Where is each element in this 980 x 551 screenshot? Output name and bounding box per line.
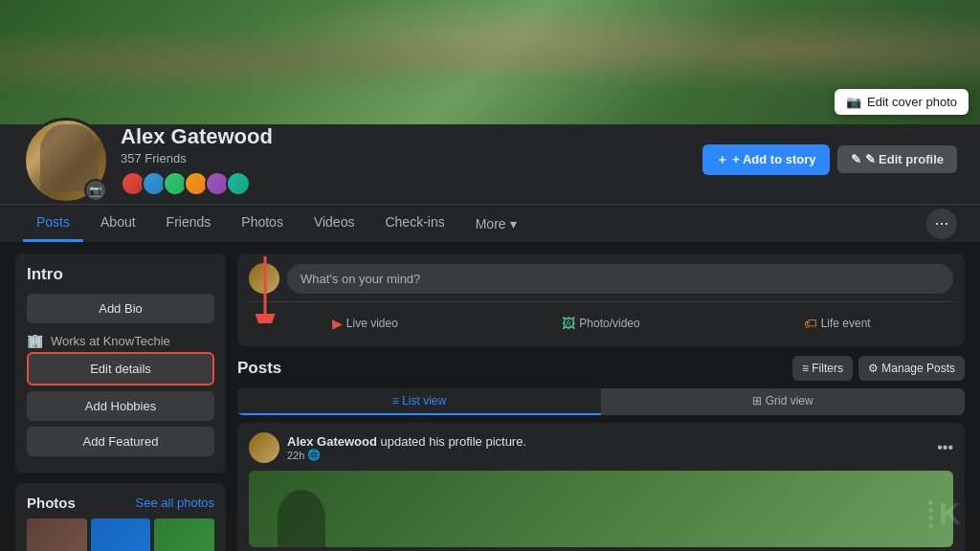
dot [928, 523, 933, 528]
posts-header: Posts ≡ Filters ⚙ Manage Posts [237, 356, 965, 381]
left-column: Intro Add Bio 🏢 Works at KnowTechie Edit… [15, 253, 226, 507]
post-time: 22h 🌐 [287, 449, 526, 461]
grid-view-tab[interactable]: ⊞ Grid view [601, 388, 965, 415]
briefcase-icon: 🏢 [27, 333, 43, 348]
life-event-icon: 🏷 [804, 316, 817, 331]
chevron-down-icon: ▾ [510, 216, 517, 231]
dot [928, 516, 933, 520]
globe-icon: 🌐 [307, 449, 321, 461]
manage-posts-button[interactable]: ⚙ Manage Posts [858, 356, 965, 381]
content-area: Intro Add Bio 🏢 Works at KnowTechie Edit… [0, 242, 980, 518]
watermark-letter: K [939, 496, 961, 532]
friends-avatars [121, 171, 273, 196]
photo-grid [27, 518, 214, 551]
profile-actions: ＋ + Add to story ✎ ✎ Edit profile [702, 144, 957, 185]
posts-controls: ≡ Filters ⚙ Manage Posts [792, 356, 965, 381]
add-hobbies-button[interactable]: Add Hobbies [27, 391, 214, 421]
post-details: Alex Gatewood updated his profile pictur… [287, 434, 526, 461]
camera-icon: 📷 [846, 95, 861, 109]
dot [928, 508, 933, 513]
photos-section: Photos See all photos [15, 483, 226, 551]
avatar-wrapper: 📷 [23, 118, 109, 204]
profile-info: Alex Gatewood 357 Friends [121, 124, 273, 204]
work-info: 🏢 Works at KnowTechie [27, 329, 214, 352]
intro-title: Intro [27, 265, 214, 284]
create-post-input: What's on your mind? [249, 263, 953, 294]
three-dots-icon: ··· [934, 213, 948, 233]
right-column: What's on your mind? ▶ Live video 🖼 Phot… [237, 253, 965, 507]
watermark: K [928, 496, 961, 532]
post-input[interactable]: What's on your mind? [287, 264, 953, 294]
add-story-label: + Add to story [732, 152, 815, 166]
nav-more-dropdown[interactable]: More ▾ [462, 207, 530, 241]
tab-videos[interactable]: Videos [301, 205, 368, 242]
watermark-dots [928, 500, 933, 528]
profile-left: 📷 Alex Gatewood 357 Friends [23, 124, 273, 204]
work-text: Works at KnowTechie [51, 334, 170, 348]
avatar-camera-button[interactable]: 📷 [84, 179, 107, 202]
intro-section: Intro Add Bio 🏢 Works at KnowTechie Edit… [15, 253, 226, 474]
live-video-button[interactable]: ▶ Live video [249, 310, 481, 337]
post-header: Alex Gatewood updated his profile pictur… [249, 432, 953, 463]
post-image [249, 471, 953, 547]
edit-cover-label: Edit cover photo [867, 95, 957, 109]
post-options-button[interactable]: ••• [937, 439, 953, 456]
cover-photo: 📷 Edit cover photo [0, 0, 980, 124]
view-tabs: ≡ List view ⊞ Grid view [237, 388, 965, 415]
photo-video-icon: 🖼 [562, 316, 575, 331]
tab-about[interactable]: About [87, 205, 149, 242]
tab-photos[interactable]: Photos [228, 205, 297, 242]
profile-name: Alex Gatewood [121, 124, 273, 149]
mini-avatar [249, 263, 279, 294]
plus-icon: ＋ [716, 151, 728, 168]
nav-tabs: Posts About Friends Photos Videos Check-… [23, 205, 530, 242]
tab-check-ins[interactable]: Check-ins [371, 205, 457, 242]
create-post-box: What's on your mind? ▶ Live video 🖼 Phot… [237, 253, 965, 346]
photo-video-label: Photo/video [579, 317, 639, 330]
post-user-info: Alex Gatewood updated his profile pictur… [249, 432, 526, 463]
post-action-text: updated his profile picture. [381, 434, 526, 449]
nav-dots-button[interactable]: ··· [926, 209, 957, 239]
photos-title: Photos [27, 495, 76, 511]
post-text: Alex Gatewood updated his profile pictur… [287, 434, 526, 449]
add-to-story-button[interactable]: ＋ + Add to story [702, 144, 829, 175]
time-value: 22h [287, 450, 304, 461]
live-video-label: Live video [346, 317, 398, 330]
photos-header: Photos See all photos [27, 495, 214, 511]
photo-video-button[interactable]: 🖼 Photo/video [485, 310, 718, 337]
photo-thumbnail[interactable] [154, 518, 214, 551]
more-label: More [476, 216, 506, 231]
edit-profile-label: ✎ Edit profile [865, 152, 945, 166]
edit-cover-button[interactable]: 📷 Edit cover photo [835, 89, 969, 115]
profile-section: 📷 Alex Gatewood 357 Friends ＋ [0, 124, 980, 204]
dot [928, 500, 933, 505]
life-event-button[interactable]: 🏷 Life event [721, 310, 953, 337]
post-avatar [249, 432, 279, 463]
profile-nav: Posts About Friends Photos Videos Check-… [0, 204, 980, 242]
see-all-photos-link[interactable]: See all photos [136, 496, 214, 510]
add-bio-button[interactable]: Add Bio [27, 294, 214, 323]
list-view-tab[interactable]: ≡ List view [237, 388, 601, 415]
edit-profile-button[interactable]: ✎ ✎ Edit profile [837, 145, 958, 173]
pencil-icon: ✎ [851, 152, 861, 166]
friends-count: 357 Friends [121, 151, 273, 165]
tab-friends[interactable]: Friends [153, 205, 225, 242]
edit-details-button[interactable]: Edit details [27, 352, 214, 386]
post-item: Alex Gatewood updated his profile pictur… [237, 423, 965, 551]
tab-posts[interactable]: Posts [23, 205, 83, 242]
photo-thumbnail[interactable] [91, 518, 151, 551]
profile-top-wrapper: 📷 Alex Gatewood 357 Friends ＋ [23, 124, 957, 204]
add-featured-button[interactable]: Add Featured [27, 427, 214, 456]
life-event-label: Life event [821, 317, 871, 330]
live-video-icon: ▶ [332, 316, 343, 331]
filters-button[interactable]: ≡ Filters [792, 356, 853, 381]
friend-avatar [226, 171, 251, 196]
post-user-name: Alex Gatewood [287, 434, 377, 449]
camera-small-icon: 📷 [89, 185, 102, 197]
photo-thumbnail[interactable] [27, 518, 87, 551]
post-actions: ▶ Live video 🖼 Photo/video 🏷 Life event [249, 301, 953, 337]
posts-title: Posts [237, 359, 281, 378]
